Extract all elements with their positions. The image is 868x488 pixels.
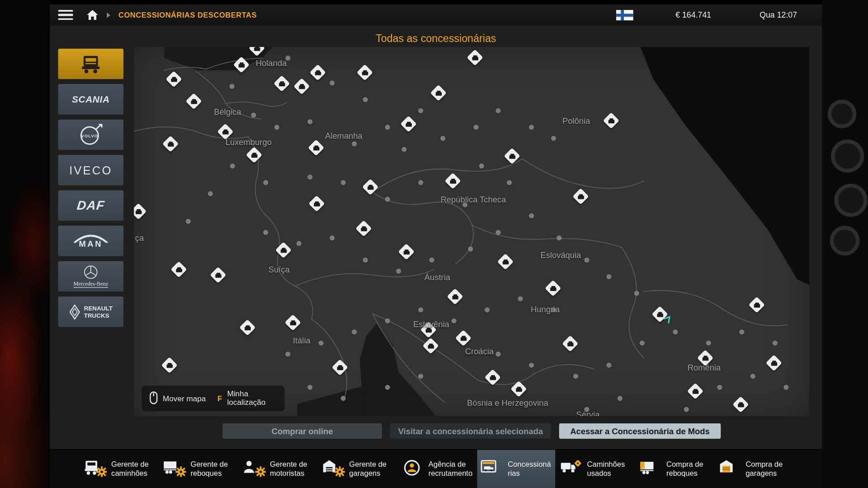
page-title: Todas as concessionárias	[50, 33, 822, 45]
toolbar-item-used-trucks[interactable]: Caminhões usados	[557, 450, 635, 488]
toolbar-item-garage-purchase[interactable]: Compra de garagens	[715, 450, 793, 488]
dealer-marker[interactable]	[308, 195, 325, 211]
toolbar-item-driver-manager[interactable]: Gerente de motoristas	[240, 450, 318, 488]
dealer-marker[interactable]	[485, 369, 501, 385]
dealer-marker[interactable]	[766, 355, 782, 371]
dealer-marker[interactable]	[233, 56, 250, 73]
mods-dealer-button[interactable]: Acessar a Concessionária de Mods	[559, 423, 721, 439]
city-dot	[496, 352, 501, 357]
brand-button-daf[interactable]: DAF	[58, 190, 123, 221]
dealer-marker[interactable]	[732, 396, 749, 413]
dealer-marker[interactable]	[455, 330, 472, 346]
dealer-marker[interactable]	[239, 319, 255, 336]
toolbar-item-dealerships[interactable]: Concessionárias	[477, 450, 556, 488]
brand-button-volvo[interactable]: VOLVO	[58, 119, 123, 150]
dealer-marker[interactable]	[422, 338, 439, 354]
dealer-truck-glyph	[188, 95, 200, 107]
home-button[interactable]	[86, 9, 99, 20]
toolbar-item-label: Caminhões usados	[587, 460, 632, 478]
visit-dealer-button[interactable]: Visitar a concessionária selecionada	[390, 423, 551, 439]
toolbar-item-trailer-manager[interactable]: Gerente de reboques	[160, 450, 238, 488]
dealer-map[interactable]: HolandaBélgicaLuxemburgoAlemanhaPolôniaR…	[134, 47, 809, 416]
dealer-marker[interactable]	[246, 147, 262, 163]
tire-ring-decoration	[830, 226, 860, 256]
dealer-marker[interactable]	[362, 179, 378, 195]
city-dot	[606, 363, 611, 368]
buy-online-button[interactable]: Comprar online	[222, 423, 382, 439]
dealer-marker[interactable]	[310, 64, 326, 80]
dealer-truck-glyph	[401, 246, 412, 258]
city-dot	[297, 241, 302, 246]
toolbar-item-label: Concessionárias	[508, 460, 552, 478]
city-dot	[429, 258, 434, 263]
city-dot	[285, 352, 290, 357]
dealer-marker[interactable]	[687, 383, 703, 399]
city-dot	[363, 97, 368, 102]
dealer-marker[interactable]	[545, 280, 561, 296]
dealership-icon	[480, 459, 503, 479]
dealer-marker[interactable]	[562, 335, 578, 352]
dealer-marker[interactable]	[510, 381, 527, 397]
city-dot	[274, 125, 279, 130]
dealer-marker[interactable]	[285, 314, 301, 331]
hint-move-label: Mover mapa	[163, 394, 206, 403]
city-dot	[230, 84, 235, 89]
dealer-marker[interactable]	[355, 221, 372, 237]
tire-ring-decoration	[831, 140, 864, 173]
renault-trucks-logo: RENAULTTRUCKS	[69, 304, 113, 319]
dealer-marker[interactable]	[749, 297, 765, 313]
dealer-marker[interactable]	[185, 93, 202, 109]
dealer-marker[interactable]	[400, 116, 416, 132]
dealer-marker[interactable]	[357, 64, 373, 80]
city-dot	[717, 385, 722, 390]
dealer-marker[interactable]	[447, 288, 463, 305]
toolbar-item-label: Gerente de caminhões	[111, 460, 156, 478]
dealer-marker[interactable]	[572, 188, 589, 205]
dealer-marker[interactable]	[467, 49, 483, 66]
city-dot	[507, 180, 512, 185]
dealer-truck-glyph	[212, 269, 224, 281]
toolbar-item-recruitment-agency[interactable]: Agência de recrutamento	[398, 450, 476, 488]
daf-logo: DAF	[76, 198, 105, 213]
toolbar-item-trailer-purchase[interactable]: Compra de reboques	[636, 450, 714, 488]
brand-button-scania[interactable]: SCANIA	[58, 84, 123, 114]
brand-button-iveco[interactable]: IVECO	[58, 155, 123, 185]
dealer-marker[interactable]	[165, 71, 182, 87]
city-dot	[557, 235, 561, 240]
city-dot	[385, 197, 390, 202]
dealer-marker[interactable]	[293, 78, 310, 94]
dealer-marker[interactable]	[398, 244, 415, 260]
dealer-marker[interactable]	[275, 242, 292, 258]
dealer-marker[interactable]	[504, 148, 520, 164]
hint-location-label: Minha localização	[227, 389, 277, 407]
dealer-marker[interactable]	[170, 261, 187, 277]
background-right-decoration	[822, 0, 868, 488]
dealer-marker[interactable]	[274, 75, 290, 92]
city-dot	[341, 396, 346, 401]
brand-button-all[interactable]	[58, 49, 123, 79]
toolbar-item-label: Agência de recrutamento	[429, 460, 473, 478]
dealer-marker[interactable]	[308, 140, 324, 156]
menu-button[interactable]	[58, 10, 73, 20]
city-dot	[401, 147, 406, 152]
toolbar-item-garage-manager[interactable]: Gerente de garagens	[319, 450, 397, 488]
city-dot	[468, 247, 473, 252]
dealer-marker[interactable]	[444, 173, 461, 189]
brand-button-renault[interactable]: RENAULTTRUCKS	[58, 296, 123, 327]
city-dot	[634, 291, 639, 296]
dealer-marker[interactable]	[430, 85, 447, 101]
city-dot	[529, 125, 534, 130]
city-dot	[783, 385, 788, 390]
country-label: Romênia	[688, 363, 721, 372]
brand-button-mercedes[interactable]: Mercedes-Benz	[58, 261, 123, 291]
dealer-marker[interactable]	[603, 113, 619, 129]
dealer-marker[interactable]	[332, 359, 348, 375]
dealer-truck-glyph	[311, 198, 323, 210]
toolbar-item-truck-manager[interactable]: Gerente de caminhões	[81, 450, 159, 488]
dealer-marker[interactable]	[210, 267, 226, 283]
dealer-marker[interactable]	[497, 253, 514, 270]
dealer-marker[interactable]	[161, 357, 178, 373]
dealer-truck-glyph	[241, 322, 253, 333]
dealer-marker[interactable]	[162, 136, 179, 152]
brand-button-man[interactable]: MAN	[58, 226, 123, 256]
